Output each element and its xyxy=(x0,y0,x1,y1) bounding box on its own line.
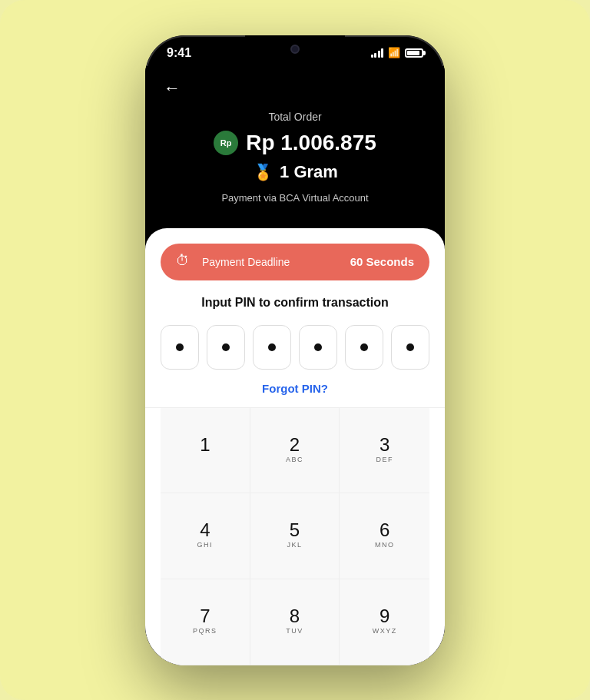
pin-dot xyxy=(268,343,276,351)
pin-dot xyxy=(406,343,414,351)
deadline-label: Payment Deadline xyxy=(202,256,290,268)
key-4[interactable]: 4 GHI xyxy=(161,493,250,579)
keypad: 1 2 ABC 3 DEF 4 GHI xyxy=(161,408,429,665)
key-2[interactable]: 2 ABC xyxy=(250,408,340,494)
key-number: 4 xyxy=(200,521,210,539)
order-amount: Rp 1.006.875 xyxy=(246,131,376,155)
pin-box-2[interactable] xyxy=(207,325,245,370)
key-letters: DEF xyxy=(376,456,393,465)
pin-dot xyxy=(314,343,322,351)
key-number: 3 xyxy=(380,436,389,454)
top-section: ← Total Order Rp Rp 1.006.875 🏅 1 Gram P… xyxy=(145,66,445,228)
status-time: 9:41 xyxy=(167,46,191,60)
pin-inputs xyxy=(161,325,429,370)
key-7[interactable]: 7 PQRS xyxy=(161,579,250,665)
key-number: 5 xyxy=(290,521,300,539)
gold-icon: 🏅 xyxy=(252,161,273,183)
key-number: 7 xyxy=(200,607,210,625)
pin-dot xyxy=(176,343,184,351)
key-letters: MNO xyxy=(375,541,395,550)
gram-amount: 1 Gram xyxy=(280,162,338,182)
pin-dot xyxy=(360,343,368,351)
back-button[interactable]: ← xyxy=(164,78,426,98)
key-9[interactable]: 9 WXYZ xyxy=(340,579,429,665)
key-number: 1 xyxy=(200,436,210,454)
notch xyxy=(245,35,345,63)
key-number: 2 xyxy=(290,436,300,454)
screen-content: ← Total Order Rp Rp 1.006.875 🏅 1 Gram P… xyxy=(145,66,445,665)
key-1[interactable]: 1 xyxy=(161,408,250,494)
key-letters: PQRS xyxy=(193,627,217,636)
key-6[interactable]: 6 MNO xyxy=(340,493,429,579)
wifi-icon: 📶 xyxy=(388,47,400,58)
pin-box-1[interactable] xyxy=(161,325,199,370)
pin-dot xyxy=(222,343,230,351)
total-order-label: Total Order xyxy=(164,111,426,123)
rp-icon-text: Rp xyxy=(220,138,232,148)
pin-box-6[interactable] xyxy=(391,325,429,370)
pin-title: Input PIN to confirm transaction xyxy=(161,296,429,310)
page-background: 9:41 📶 ← Total Order Rp xyxy=(0,0,590,700)
key-letters: TUV xyxy=(286,627,303,636)
key-letters: GHI xyxy=(197,541,214,550)
key-number: 9 xyxy=(380,607,389,625)
payment-method-label: Payment via BCA Virtual Account xyxy=(164,192,426,204)
signal-icon xyxy=(371,48,384,58)
key-5[interactable]: 5 JKL xyxy=(250,493,340,579)
forgot-pin-link[interactable]: Forgot PIN? xyxy=(161,382,429,395)
pin-box-5[interactable] xyxy=(345,325,383,370)
pin-box-3[interactable] xyxy=(253,325,291,370)
status-icons: 📶 xyxy=(371,47,424,58)
key-8[interactable]: 8 TUV xyxy=(250,579,340,665)
gram-row: 🏅 1 Gram xyxy=(164,161,426,183)
deadline-time: 60 Seconds xyxy=(350,255,414,268)
timer-icon: ⏱ xyxy=(176,253,194,271)
amount-row: Rp Rp 1.006.875 xyxy=(164,131,426,155)
key-letters: JKL xyxy=(287,541,302,550)
key-number: 6 xyxy=(380,521,389,539)
rp-icon: Rp xyxy=(214,131,238,155)
deadline-banner: ⏱ Payment Deadline 60 Seconds xyxy=(161,244,429,280)
key-3[interactable]: 3 DEF xyxy=(340,408,429,494)
key-letters: ABC xyxy=(286,456,303,465)
bottom-sheet: ⏱ Payment Deadline 60 Seconds Input PIN … xyxy=(145,228,445,665)
back-arrow-icon: ← xyxy=(164,78,181,98)
pin-box-4[interactable] xyxy=(299,325,337,370)
key-letters: WXYZ xyxy=(373,627,397,636)
key-number: 8 xyxy=(290,607,300,625)
battery-icon xyxy=(405,48,423,58)
phone-frame: 9:41 📶 ← Total Order Rp xyxy=(145,35,445,665)
front-camera xyxy=(290,45,300,54)
deadline-left: ⏱ Payment Deadline xyxy=(176,253,290,271)
